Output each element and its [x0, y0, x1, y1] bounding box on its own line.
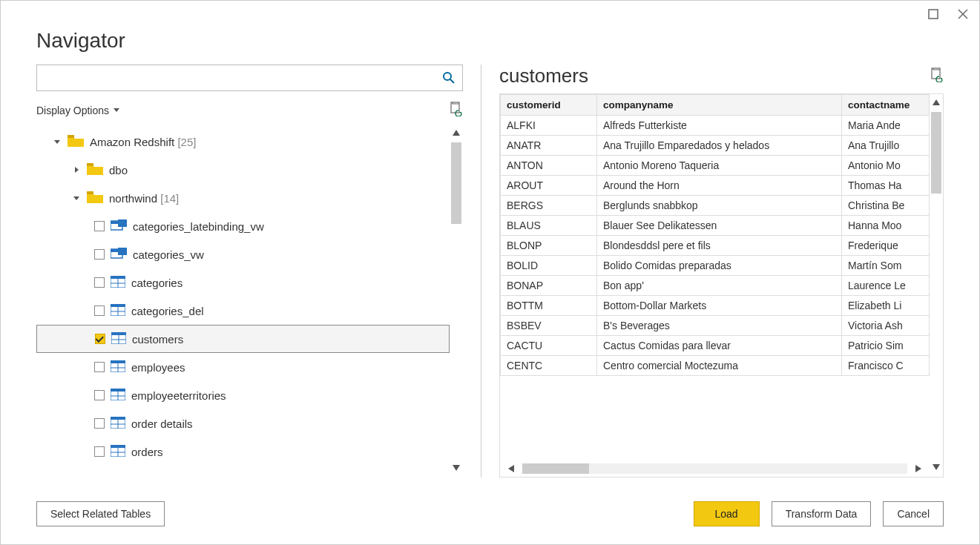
tree-item[interactable]: employees [36, 353, 450, 381]
table-row[interactable]: BSBEVB's BeveragesVictoria Ash [501, 316, 930, 336]
checkbox[interactable] [94, 221, 105, 231]
expander-icon[interactable] [72, 196, 81, 200]
checkbox[interactable] [94, 362, 105, 372]
tree-item[interactable]: categories [36, 268, 450, 297]
search-box[interactable] [36, 65, 463, 91]
table-cell: Alfreds Futterkiste [597, 116, 842, 136]
table-row[interactable]: AROUTAround the HornThomas Ha [501, 176, 930, 196]
table-cell: Blondesddsl pere et fils [597, 236, 842, 256]
scroll-down-icon[interactable] [451, 463, 461, 475]
table-row[interactable]: BERGSBerglunds snabbkopChristina Be [501, 196, 930, 216]
tree-label: Amazon Redshift [25] [90, 136, 196, 148]
preview-table[interactable]: customeridcompanynamecontactname ALFKIAl… [500, 94, 930, 376]
scrollbar-thumb[interactable] [522, 463, 589, 474]
display-options-label: Display Options [36, 105, 109, 116]
svg-marker-53 [933, 99, 940, 105]
scrollbar-track[interactable] [522, 463, 907, 474]
tree-item[interactable]: customers [36, 325, 450, 353]
table-row[interactable]: BOTTMBottom-Dollar MarketsElizabeth Li [501, 296, 930, 316]
search-icon[interactable] [435, 71, 462, 85]
table-icon [111, 304, 125, 318]
table-row[interactable]: CACTUCactus Comidas para llevarPatricio … [501, 336, 930, 356]
transform-data-button[interactable]: Transform Data [772, 501, 872, 526]
table-cell: Centro comercial Moctezuma [597, 356, 842, 376]
svg-rect-10 [87, 163, 93, 166]
table-row[interactable]: CENTCCentro comercial MoctezumaFrancisco… [501, 356, 930, 376]
checkbox[interactable] [95, 334, 105, 344]
table-row[interactable]: BLONPBlondesddsl pere et filsFrederique [501, 236, 930, 256]
table-cell: BONAP [501, 276, 597, 296]
view-icon [111, 248, 127, 262]
table-cell: ANTON [501, 156, 597, 176]
checkbox[interactable] [94, 390, 105, 400]
tree-item[interactable]: categories_latebinding_vw [36, 212, 450, 240]
tree[interactable]: Amazon Redshift [25] dbo northwind [14] [36, 125, 450, 478]
table-row[interactable]: BLAUSBlauer See DelikatessenHanna Moo [501, 216, 930, 236]
column-header[interactable]: customerid [501, 95, 597, 116]
scrollbar-thumb[interactable] [931, 112, 941, 194]
svg-rect-8 [68, 135, 74, 138]
tree-label: northwind [14] [109, 192, 179, 205]
tree-item-label: employees [131, 361, 185, 374]
horizontal-scrollbar[interactable] [500, 460, 930, 477]
checkbox[interactable] [94, 418, 105, 429]
table-vertical-scrollbar[interactable] [930, 94, 943, 477]
cancel-button[interactable]: Cancel [883, 501, 944, 526]
expander-icon[interactable] [53, 140, 62, 144]
svg-rect-12 [87, 191, 93, 194]
scroll-up-icon[interactable] [451, 128, 461, 139]
table-cell: Francisco C [842, 356, 930, 376]
display-options-dropdown[interactable]: Display Options [36, 105, 119, 116]
left-pane: Display Options Amazon Redshift [25] [36, 65, 481, 478]
table-cell: ALFKI [501, 116, 597, 136]
tree-scrollbar[interactable] [450, 125, 463, 478]
tree-item-label: categories [131, 277, 182, 289]
tree-item-label: categories_latebinding_vw [133, 220, 264, 233]
scrollbar-thumb[interactable] [451, 142, 461, 224]
svg-marker-48 [453, 465, 460, 471]
table-cell: BSBEV [501, 316, 597, 336]
table-row[interactable]: BOLIDBolido Comidas preparadasMartín Som [501, 256, 930, 276]
checkbox[interactable] [94, 446, 105, 457]
tree-label: dbo [109, 164, 128, 176]
load-button[interactable]: Load [694, 501, 760, 526]
scroll-right-icon[interactable] [907, 463, 930, 474]
tree-item[interactable]: order details [36, 409, 450, 437]
table-row[interactable]: ALFKIAlfreds FutterkisteMaria Ande [501, 116, 930, 136]
table-cell: ANATR [501, 136, 597, 156]
table-row[interactable]: ANTONAntonio Moreno TaqueriaAntonio Mo [501, 156, 930, 176]
table-cell: Around the Horn [597, 176, 842, 196]
scroll-left-icon[interactable] [500, 463, 522, 474]
tree-item[interactable]: employeeterritories [36, 381, 450, 409]
tree-item-label: employeeterritories [131, 389, 226, 402]
checkbox[interactable] [94, 249, 105, 260]
tree-node-schema-dbo[interactable]: dbo [36, 156, 450, 184]
scroll-down-icon[interactable] [931, 462, 941, 474]
tree-item[interactable]: categories_del [36, 297, 450, 325]
tree-node-root[interactable]: Amazon Redshift [25] [36, 128, 450, 156]
svg-rect-15 [118, 219, 127, 227]
table-cell: Laurence Le [842, 276, 930, 296]
expander-icon[interactable] [72, 167, 81, 173]
table-row[interactable]: ANATRAna Trujillo Emparedados y heladosA… [501, 136, 930, 156]
dialog-body: Display Options Amazon Redshift [25] [1, 65, 979, 491]
tree-item[interactable]: categories_vw [36, 240, 450, 268]
select-related-tables-button[interactable]: Select Related Tables [36, 501, 165, 526]
tree-node-schema-northwind[interactable]: northwind [14] [36, 184, 450, 212]
table-row[interactable]: BONAPBon app'Laurence Le [501, 276, 930, 296]
tree-item[interactable]: orders [36, 437, 450, 466]
checkbox[interactable] [94, 305, 105, 316]
tree-item-label: orders [131, 446, 163, 458]
maximize-button[interactable] [926, 7, 941, 22]
refresh-preview-button[interactable] [930, 67, 944, 85]
folder-icon [87, 191, 103, 205]
column-header[interactable]: contactname [842, 95, 930, 116]
checkbox[interactable] [94, 277, 105, 288]
table-cell: Berglunds snabbkop [597, 196, 842, 216]
column-header[interactable]: companyname [597, 95, 842, 116]
close-button[interactable] [956, 7, 970, 22]
table-cell: Antonio Mo [842, 156, 930, 176]
refresh-tree-button[interactable] [450, 102, 463, 119]
search-input[interactable] [37, 65, 435, 90]
scroll-up-icon[interactable] [931, 97, 941, 109]
